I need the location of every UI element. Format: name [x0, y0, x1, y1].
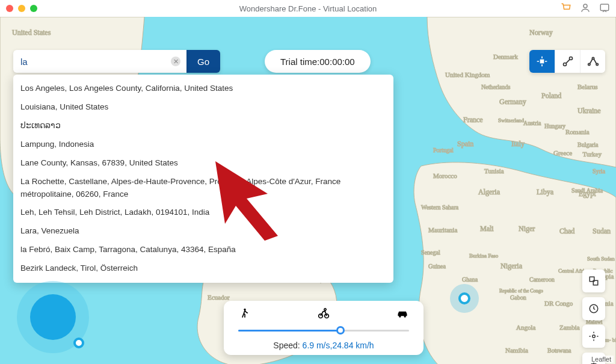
minimize-window[interactable] [18, 5, 25, 12]
speed-readout: Speed: 6.9 m/s,24.84 km/h [238, 341, 409, 350]
svg-text:United
Kingdom: United Kingdom [445, 71, 490, 78]
account-icon[interactable] [580, 2, 591, 13]
suggestion-item[interactable]: la Febró, Baix Camp, Tarragona, Cataluny… [13, 241, 393, 259]
svg-point-1 [568, 11, 569, 12]
go-button[interactable]: Go [186, 50, 220, 73]
suggestion-item[interactable]: La Rochette, Castellane, Alpes-de-Haute-… [13, 173, 393, 204]
window-controls [6, 5, 37, 12]
svg-text:Spain: Spain [457, 140, 473, 148]
suggestion-item[interactable]: Lane County, Kansas, 67839, United State… [13, 154, 393, 173]
search-input[interactable] [20, 57, 179, 67]
svg-point-78 [593, 335, 596, 338]
svg-marker-79 [215, 161, 278, 241]
svg-text:Mali: Mali [480, 224, 494, 233]
map-attribution: Leaflet [589, 356, 614, 363]
svg-point-0 [564, 11, 565, 12]
import-export-button[interactable] [582, 270, 605, 292]
app-title: Wondershare Dr.Fone - Virtual Location [239, 4, 377, 13]
zoom-window[interactable] [30, 5, 37, 12]
svg-text:United States: United States [12, 28, 51, 37]
svg-text:Ecuador: Ecuador [208, 294, 230, 301]
svg-text:Switzerland: Switzerland [498, 117, 524, 123]
svg-text:Guinea: Guinea [428, 263, 446, 270]
svg-text:DR Congo: DR Congo [544, 300, 573, 307]
cart-icon[interactable] [561, 2, 571, 13]
svg-text:Netherlands: Netherlands [481, 84, 510, 90]
svg-text:Mauritania: Mauritania [428, 226, 457, 233]
suggestion-item[interactable]: Bezirk Landeck, Tirol, Österreich [13, 259, 393, 278]
svg-text:Tunisia: Tunisia [484, 167, 504, 174]
suggestion-item[interactable]: Lampung, Indonesia [13, 135, 393, 154]
clear-search-icon[interactable]: ✕ [171, 57, 180, 66]
titlebar-actions [561, 2, 610, 13]
svg-point-83 [399, 315, 401, 317]
speed-panel: Speed: 6.9 m/s,24.84 km/h [224, 301, 424, 355]
suggestion-item[interactable]: ປະເທດລາວ [13, 117, 393, 135]
speed-slider[interactable] [238, 325, 409, 335]
svg-point-72 [588, 63, 590, 65]
svg-text:Syria: Syria [593, 168, 606, 174]
map-canvas[interactable]: United States Mexico Cuba Guatemala Hond… [0, 17, 616, 364]
suggestion-item[interactable]: Lara, Venezuela [13, 222, 393, 241]
svg-text:Norway: Norway [529, 28, 553, 37]
svg-text:Western
Sahara: Western Sahara [421, 204, 459, 211]
titlebar: Wondershare Dr.Fone - Virtual Location [0, 0, 616, 17]
map-controls-stack: + − [582, 270, 605, 364]
trial-time: 00:00:00 [319, 57, 354, 67]
mode-multi-stop[interactable] [580, 50, 605, 73]
svg-point-80 [244, 309, 245, 310]
svg-text:Algeria: Algeria [478, 188, 500, 196]
svg-text:Romania: Romania [565, 128, 590, 135]
bike-icon[interactable] [317, 307, 330, 320]
slider-thumb[interactable] [336, 326, 345, 335]
svg-text:Greece: Greece [553, 149, 572, 156]
suggestion-item[interactable]: Louisiana, United States [13, 98, 393, 117]
svg-text:Germany: Germany [499, 97, 526, 106]
svg-text:Austria: Austria [523, 120, 541, 126]
svg-point-2 [584, 4, 587, 8]
svg-text:Portugal: Portugal [433, 147, 454, 153]
svg-text:Botswana: Botswana [547, 347, 571, 354]
close-window[interactable] [6, 5, 13, 12]
svg-text:Denmark: Denmark [493, 53, 518, 60]
virtual-joystick[interactable] [17, 281, 89, 353]
svg-text:Ghana: Ghana [462, 276, 478, 283]
svg-point-73 [592, 57, 594, 59]
suggestion-item[interactable]: Los Angeles, Los Angeles County, Califor… [13, 79, 393, 98]
center-button[interactable] [582, 325, 605, 348]
svg-text:Zambia: Zambia [559, 324, 580, 331]
trial-time-pill: Trial time: 00:00:00 [265, 50, 371, 73]
mode-teleport[interactable] [529, 50, 555, 73]
route-mode-group [529, 50, 605, 73]
svg-rect-3 [600, 4, 609, 11]
svg-text:Italy: Italy [511, 140, 525, 148]
history-button[interactable] [582, 297, 605, 320]
svg-text:Libya: Libya [537, 188, 554, 196]
svg-text:France: France [463, 116, 483, 124]
svg-text:Niger: Niger [519, 224, 535, 233]
svg-text:Angola: Angola [516, 324, 536, 331]
svg-text:Namibia: Namibia [505, 347, 528, 354]
svg-text:Republic of
the Congo: Republic of the Congo [499, 288, 543, 294]
search-bar: ✕ Go [13, 50, 220, 73]
joystick-knob[interactable] [73, 338, 84, 348]
svg-text:Morocco: Morocco [433, 172, 457, 179]
suggestion-item[interactable]: Leh, Leh Tehsil, Leh District, Ladakh, 0… [13, 203, 393, 222]
svg-text:Belarus: Belarus [578, 83, 598, 90]
svg-text:Turkey: Turkey [583, 150, 602, 158]
search-box: ✕ [13, 50, 186, 73]
svg-text:South
Sudan: South Sudan [587, 256, 615, 262]
walk-icon[interactable] [238, 307, 251, 320]
mode-one-stop[interactable] [555, 50, 580, 73]
svg-text:Bulgaria: Bulgaria [578, 141, 599, 148]
feedback-icon[interactable] [599, 2, 610, 13]
car-icon[interactable] [396, 307, 409, 320]
svg-text:Sudan: Sudan [593, 227, 611, 235]
svg-text:Poland: Poland [541, 91, 561, 100]
svg-text:Hungary: Hungary [544, 123, 565, 129]
svg-point-74 [596, 63, 598, 65]
annotation-arrow [211, 156, 295, 241]
svg-point-84 [404, 315, 406, 317]
svg-text:Gabon: Gabon [510, 294, 526, 301]
svg-rect-69 [541, 60, 544, 63]
